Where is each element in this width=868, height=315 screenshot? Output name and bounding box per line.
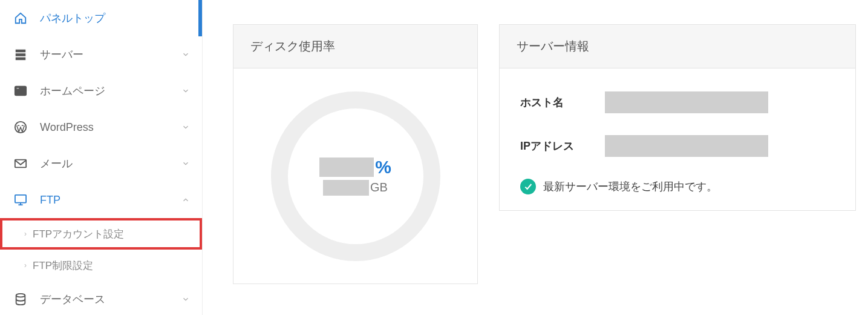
sidebar-item-label: パネルトップ: [40, 11, 190, 25]
wordpress-icon: [12, 120, 29, 134]
server-info-card: サーバー情報 ホスト名 IPアドレス 最新サーバー環境をご利用中です。: [499, 24, 856, 211]
sidebar-item-label: メール: [40, 156, 181, 171]
server-icon: [12, 47, 29, 62]
sidebar-subitem-ftp-account[interactable]: › FTPアカウント設定: [0, 218, 202, 250]
main-content: ディスク使用率 % GB サーバー情報 ホスト名: [203, 0, 868, 315]
chevron-up-icon: [181, 196, 190, 204]
status-text: 最新サーバー環境をご利用中です。: [543, 179, 717, 194]
sidebar-item-label: データベース: [40, 292, 181, 307]
svg-point-10: [16, 294, 25, 297]
chevron-right-icon: ›: [24, 261, 27, 270]
svg-rect-6: [15, 160, 26, 168]
chevron-down-icon: [181, 87, 190, 95]
monitor-icon: [12, 193, 29, 207]
ip-label: IPアドレス: [520, 139, 605, 153]
sidebar-item-server[interactable]: サーバー: [0, 36, 202, 73]
chevron-down-icon: [181, 50, 190, 59]
gb-unit: GB: [370, 181, 388, 194]
disk-body: % GB: [233, 68, 477, 284]
sidebar: パネルトップ サーバー ホームページ WordPress: [0, 0, 203, 315]
sidebar-item-wordpress[interactable]: WordPress: [0, 109, 202, 145]
svg-rect-4: [16, 88, 20, 90]
sidebar-item-database[interactable]: データベース: [0, 281, 202, 315]
host-label: ホスト名: [520, 95, 605, 110]
check-circle-icon: [520, 179, 536, 194]
sidebar-subitem-ftp-limit[interactable]: › FTP制限設定: [0, 250, 202, 281]
browser-icon: [12, 84, 29, 98]
svg-rect-7: [15, 195, 26, 203]
sidebar-item-ftp[interactable]: FTP: [0, 182, 202, 218]
disk-ring: % GB: [271, 91, 440, 261]
disk-percent: %: [319, 157, 391, 177]
server-body: ホスト名 IPアドレス 最新サーバー環境をご利用中です。: [500, 68, 855, 210]
redacted-host-value: [605, 91, 768, 113]
chevron-right-icon: ›: [24, 230, 27, 238]
redacted-gb-value: [323, 180, 369, 196]
sidebar-item-mail[interactable]: メール: [0, 145, 202, 182]
chevron-down-icon: [181, 123, 190, 131]
redacted-percent-value: [319, 158, 374, 177]
percent-sign: %: [375, 157, 391, 177]
database-icon: [12, 292, 29, 307]
svg-rect-0: [16, 50, 26, 53]
card-title: サーバー情報: [500, 25, 855, 68]
sidebar-item-label: FTP: [40, 194, 181, 207]
chevron-down-icon: [181, 295, 190, 303]
sidebar-item-panel-top[interactable]: パネルトップ: [0, 0, 202, 36]
home-icon: [12, 11, 29, 25]
mail-icon: [12, 156, 29, 171]
sidebar-subitem-label: FTP制限設定: [33, 259, 93, 273]
sidebar-item-label: ホームページ: [40, 84, 181, 98]
sidebar-item-homepage[interactable]: ホームページ: [0, 73, 202, 109]
disk-gb: GB: [323, 180, 388, 196]
chevron-down-icon: [181, 159, 190, 168]
sidebar-subitem-label: FTPアカウント設定: [33, 227, 124, 241]
disk-usage-card: ディスク使用率 % GB: [233, 24, 478, 284]
svg-rect-1: [16, 53, 26, 56]
server-status: 最新サーバー環境をご利用中です。: [520, 179, 835, 194]
svg-rect-2: [16, 58, 26, 61]
info-row-ip: IPアドレス: [520, 135, 835, 157]
sidebar-item-label: WordPress: [40, 121, 181, 134]
redacted-ip-value: [605, 135, 768, 157]
card-title: ディスク使用率: [233, 25, 477, 68]
info-row-host: ホスト名: [520, 91, 835, 113]
sidebar-item-label: サーバー: [40, 47, 181, 62]
